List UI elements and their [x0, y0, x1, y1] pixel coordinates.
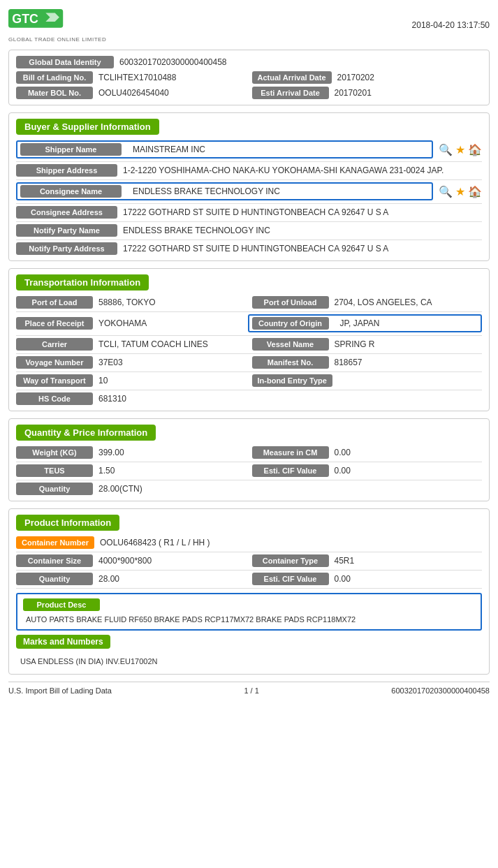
pi-esti-cif-label: Esti. CIF Value	[252, 573, 329, 585]
logo-svg: GTC	[8, 7, 64, 35]
pi-quantity-label: Quantity	[16, 573, 93, 585]
logo-subtitle: GLOBAL TRADE ONLINE LIMITED	[8, 36, 106, 43]
consignee-address-row: Consignee Address 17222 GOTHARD ST SUITE…	[16, 206, 482, 219]
global-data-value: 60032017020300000400458	[119, 57, 482, 67]
carrier-label: Carrier	[16, 338, 93, 351]
teus-label: TEUS	[16, 464, 93, 477]
qp-quantity-value: 28.00(CTN)	[98, 484, 482, 494]
quantity-price-card: Quantity & Price Information Weight (KG)…	[8, 418, 490, 501]
shipper-name-label: Shipper Name	[20, 143, 122, 156]
product-desc-label: Product Desc	[23, 598, 100, 611]
hs-code-row: HS Code 681310	[16, 392, 482, 405]
port-row: Port of Load 58886, TOKYO Port of Unload…	[16, 296, 482, 309]
consignee-address-label: Consignee Address	[16, 206, 117, 219]
weight-label: Weight (KG)	[16, 446, 93, 459]
teus-cif-row: TEUS 1.50 Esti. CIF Value 0.00	[16, 464, 482, 477]
container-type-label: Container Type	[252, 554, 329, 567]
svg-text:GTC: GTC	[12, 12, 38, 26]
place-receipt-value: YOKOHAMA	[98, 318, 242, 328]
qp-quantity-label: Quantity	[16, 483, 93, 495]
voyage-label: Voyage Number	[16, 356, 93, 369]
consignee-home-icon[interactable]: 🏠	[468, 185, 482, 198]
container-type-value: 45R1	[335, 556, 483, 566]
shipper-search-icon[interactable]: 🔍	[439, 143, 453, 156]
actual-arrival-label: Actual Arrival Date	[252, 71, 332, 84]
container-size-type-row: Container Size 4000*900*800 Container Ty…	[16, 554, 482, 567]
container-number-row: Container Number OOLU6468423 ( R1 / L / …	[16, 536, 482, 549]
consignee-action-icons: 🔍 ★ 🏠	[439, 185, 482, 198]
page-footer: U.S. Import Bill of Lading Data 1 / 1 60…	[8, 682, 490, 695]
marks-value: USA ENDLESS (IN DIA) INV.EU17002N	[16, 654, 482, 668]
shipper-home-icon[interactable]: 🏠	[468, 143, 482, 156]
hs-code-value: 681310	[98, 394, 482, 404]
consignee-address-value: 17222 GOTHARD ST SUITE D HUNTINGTONBEACH…	[123, 207, 482, 217]
way-transport-label: Way of Transport	[16, 374, 93, 387]
container-size-label: Container Size	[16, 554, 93, 567]
carrier-value: TCLI, TATUM COACH LINES	[98, 339, 247, 349]
bol-row: Bill of Lading No. TCLIHTEX17010488 Actu…	[16, 71, 482, 84]
footer-right: 60032017020300000400458	[391, 686, 490, 695]
shipper-name-row: Shipper Name MAINSTREAM INC 🔍 ★ 🏠	[16, 140, 482, 159]
buyer-supplier-title: Buyer & Supplier Information	[16, 119, 159, 135]
country-origin-label: Country of Origin	[252, 317, 329, 330]
teus-value: 1.50	[98, 466, 247, 476]
pi-quantity-value: 28.00	[98, 574, 247, 584]
transport-inbond-row: Way of Transport 10 In-bond Entry Type	[16, 374, 482, 387]
measure-label: Measure in CM	[252, 446, 329, 459]
global-data-label: Global Data Identity	[16, 56, 114, 68]
product-desc-value: AUTO PARTS BRAKE FLUID RF650 BRAKE PADS …	[23, 614, 475, 625]
bol-value: TCLIHTEX17010488	[98, 73, 247, 82]
port-unload-value: 2704, LOS ANGELES, CA	[335, 297, 483, 307]
port-load-label: Port of Load	[16, 296, 93, 309]
esti-arrival-value: 20170201	[335, 88, 483, 98]
notify-address-label: Notify Party Address	[16, 242, 117, 255]
page-header: GTC GLOBAL TRADE ONLINE LIMITED 2018-04-…	[8, 7, 490, 43]
notify-name-value: ENDLESS BRAKE TECHNOLOGY INC	[123, 226, 482, 235]
way-transport-value: 10	[98, 376, 247, 385]
mater-bol-row: Mater BOL No. OOLU4026454040 Esti Arriva…	[16, 87, 482, 99]
hs-code-label: HS Code	[16, 392, 93, 405]
qp-esti-cif-label: Esti. CIF Value	[252, 464, 329, 477]
port-load-value: 58886, TOKYO	[98, 297, 247, 307]
actual-arrival-value: 20170202	[337, 73, 482, 82]
global-data-row: Global Data Identity 6003201702030000040…	[16, 56, 482, 68]
voyage-manifest-row: Voyage Number 37E03 Manifest No. 818657	[16, 356, 482, 369]
pi-quantity-cif-row: Quantity 28.00 Esti. CIF Value 0.00	[16, 573, 482, 585]
bol-label: Bill of Lading No.	[16, 71, 93, 84]
weight-measure-row: Weight (KG) 399.00 Measure in CM 0.00	[16, 446, 482, 459]
logo-area: GTC GLOBAL TRADE ONLINE LIMITED	[8, 7, 106, 43]
consignee-name-value: ENDLESS BRAKE TECHNOLOGY INC	[133, 186, 429, 196]
notify-address-value: 17222 GOTHARD ST SUITE D HUNTINGTONBEACH…	[123, 244, 482, 253]
voyage-value: 37E03	[98, 358, 247, 367]
consignee-search-icon[interactable]: 🔍	[439, 185, 453, 198]
place-receipt-label: Place of Receipt	[16, 317, 93, 330]
consignee-star-icon[interactable]: ★	[455, 185, 465, 198]
container-number-label: Container Number	[16, 536, 94, 549]
esti-arrival-label: Esti Arrival Date	[252, 87, 329, 99]
country-origin-value: JP, JAPAN	[340, 318, 478, 328]
mater-bol-value: OOLU4026454040	[98, 88, 247, 98]
qp-quantity-row: Quantity 28.00(CTN)	[16, 483, 482, 495]
shipper-address-label: Shipper Address	[16, 164, 117, 177]
shipper-name-value: MAINSTREAM INC	[133, 145, 429, 154]
container-number-value: OOLU6468423 ( R1 / L / HH )	[100, 538, 482, 547]
product-info-card: Product Information Container Number OOL…	[8, 508, 490, 675]
receipt-origin-row: Place of Receipt YOKOHAMA Country of Ori…	[16, 314, 482, 332]
shipper-address-value: 1-2-1220 YOSHIHAMA-CHO NAKA-KU YOKOHAMA-…	[123, 165, 482, 175]
shipper-star-icon[interactable]: ★	[455, 143, 465, 156]
pi-esti-cif-value: 0.00	[335, 574, 483, 584]
timestamp: 2018-04-20 13:17:50	[412, 20, 490, 30]
manifest-label: Manifest No.	[252, 356, 329, 369]
carrier-vessel-row: Carrier TCLI, TATUM COACH LINES Vessel N…	[16, 338, 482, 351]
quantity-price-title: Quantity & Price Information	[16, 425, 156, 441]
inbond-label: In-bond Entry Type	[252, 374, 332, 387]
manifest-value: 818657	[335, 358, 483, 367]
shipper-action-icons: 🔍 ★ 🏠	[439, 143, 482, 156]
notify-address-row: Notify Party Address 17222 GOTHARD ST SU…	[16, 242, 482, 255]
product-desc-block: Product Desc AUTO PARTS BRAKE FLUID RF65…	[16, 593, 482, 631]
notify-name-row: Notify Party Name ENDLESS BRAKE TECHNOLO…	[16, 224, 482, 237]
notify-name-label: Notify Party Name	[16, 224, 117, 237]
vessel-name-label: Vessel Name	[252, 338, 329, 351]
shipper-address-row: Shipper Address 1-2-1220 YOSHIHAMA-CHO N…	[16, 164, 482, 177]
product-info-title: Product Information	[16, 515, 119, 531]
